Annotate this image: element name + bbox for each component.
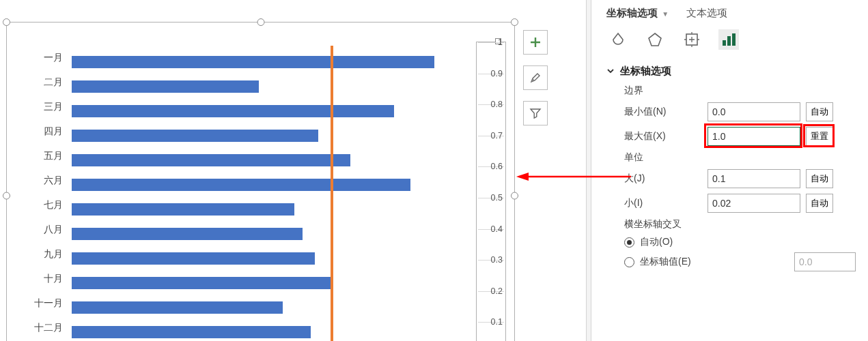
bar-row <box>72 100 470 124</box>
cross-value-label: 坐标轴值(E) <box>640 256 691 268</box>
effects-icon[interactable] <box>645 29 665 50</box>
major-label: 大(J) <box>624 173 708 185</box>
cross-value-input[interactable] <box>794 252 856 271</box>
minor-unit-row: 小(I) 自动 <box>624 194 868 213</box>
bar-row <box>72 222 470 247</box>
secondary-tick-label: 0.3 <box>491 255 503 265</box>
data-bar[interactable] <box>72 56 434 68</box>
bar-row <box>72 198 470 222</box>
chart-elements-button[interactable] <box>523 30 548 55</box>
resize-handle-tc[interactable] <box>257 18 264 26</box>
major-input[interactable] <box>708 169 800 188</box>
secondary-tick-label: 1 <box>498 38 503 47</box>
bar-row <box>72 321 470 341</box>
chart-filters-button[interactable] <box>523 101 548 125</box>
data-bar[interactable] <box>72 105 394 117</box>
max-label: 最大值(X) <box>624 130 708 143</box>
cross-value-radio[interactable]: 坐标轴值(E) <box>624 252 868 271</box>
bar-row <box>72 271 470 296</box>
bounds-heading: 边界 <box>624 85 868 97</box>
data-bar[interactable] <box>72 228 303 240</box>
category-label: 十月 <box>7 266 67 291</box>
data-bar[interactable] <box>72 277 331 289</box>
secondary-tick-label: 0.8 <box>491 100 503 109</box>
cross-auto-label: 自动(O) <box>640 236 673 248</box>
category-label: 十二月 <box>7 315 67 340</box>
tab-text-options[interactable]: 文本选项 <box>686 7 727 20</box>
fill-line-icon[interactable] <box>608 29 628 50</box>
max-reset-button[interactable]: 重置 <box>806 127 833 146</box>
major-auto-button[interactable]: 自动 <box>806 169 833 188</box>
category-label: 十一月 <box>7 291 67 315</box>
bar-row <box>72 296 470 321</box>
max-input[interactable] <box>708 127 800 146</box>
data-bar[interactable] <box>72 179 410 191</box>
min-label: 最小值(N) <box>624 106 708 118</box>
data-bar[interactable] <box>72 154 350 166</box>
plus-icon <box>529 36 542 48</box>
chart-floating-toolbar <box>523 30 548 125</box>
min-input[interactable] <box>708 102 800 121</box>
data-bar[interactable] <box>72 252 315 265</box>
caret-down-icon: ▼ <box>662 10 669 18</box>
axis-options-section[interactable]: 坐标轴选项 <box>606 65 868 78</box>
minor-input[interactable] <box>708 194 800 213</box>
data-bar[interactable] <box>72 130 318 142</box>
bar-row <box>72 149 470 173</box>
chevron-down-icon <box>606 65 615 77</box>
category-label: 一月 <box>7 45 67 70</box>
resize-handle-mr[interactable] <box>511 192 518 200</box>
format-axis-pane: 坐标轴选项 ▼ 文本选项 坐标轴选项 边界 最小值(N) 自动 <box>594 0 868 341</box>
bar-row <box>72 75 470 100</box>
resize-handle-tl[interactable] <box>3 18 10 26</box>
data-bar[interactable] <box>72 80 259 93</box>
tab-axis-options-label: 坐标轴选项 <box>606 7 658 18</box>
min-row: 最小值(N) 自动 <box>624 102 868 121</box>
funnel-icon <box>529 107 542 119</box>
average-reference-line[interactable] <box>331 46 333 341</box>
resize-handle-tr[interactable] <box>511 18 518 26</box>
category-label: 八月 <box>7 217 67 241</box>
tab-axis-options[interactable]: 坐标轴选项 ▼ <box>606 7 669 20</box>
cross-auto-radio[interactable]: 自动(O) <box>624 236 868 248</box>
secondary-tick-label: 0.1 <box>491 317 503 327</box>
secondary-tick-label: 0.6 <box>491 162 503 171</box>
secondary-tick-label: 0.2 <box>491 286 503 296</box>
min-auto-button[interactable]: 自动 <box>806 102 833 121</box>
units-heading: 单位 <box>624 151 868 164</box>
data-series-bars[interactable] <box>72 50 470 341</box>
pane-category-icons <box>606 29 868 50</box>
category-label: 六月 <box>7 168 67 192</box>
bar-row <box>72 50 470 75</box>
plot-area[interactable] <box>72 42 470 341</box>
chart-styles-button[interactable] <box>523 65 548 90</box>
category-label: 五月 <box>7 143 67 168</box>
category-label: 九月 <box>7 241 67 266</box>
radio-icon <box>624 237 634 248</box>
data-bar[interactable] <box>72 326 311 338</box>
chart-object[interactable]: 一月二月三月四月五月六月七月八月九月十月十一月十二月 10.90.80.70.6… <box>6 22 515 341</box>
axis-options-section-label: 坐标轴选项 <box>620 65 671 78</box>
category-label: 三月 <box>7 94 67 119</box>
secondary-axis[interactable]: 10.90.80.70.60.50.40.30.20.1 <box>476 42 506 341</box>
pane-splitter[interactable] <box>586 0 591 341</box>
max-row: 最大值(X) 重置 <box>624 127 868 146</box>
major-unit-row: 大(J) 自动 <box>624 169 868 188</box>
minor-label: 小(I) <box>624 197 708 209</box>
bar-row <box>72 247 470 271</box>
size-properties-icon[interactable] <box>682 29 702 50</box>
svg-marker-6 <box>516 173 529 181</box>
data-bar[interactable] <box>72 301 283 314</box>
paintbrush-icon <box>529 72 542 84</box>
secondary-tick-label: 0.5 <box>491 193 503 203</box>
svg-marker-0 <box>649 33 661 46</box>
secondary-axis-ticks: 10.90.80.70.60.50.40.30.20.1 <box>477 42 505 341</box>
category-label: 七月 <box>7 192 67 217</box>
svg-rect-4 <box>732 33 736 46</box>
category-label: 四月 <box>7 119 67 143</box>
data-bar[interactable] <box>72 203 294 216</box>
radio-icon <box>624 257 634 267</box>
minor-auto-button[interactable]: 自动 <box>806 194 833 213</box>
axis-options-icon[interactable] <box>718 29 739 50</box>
secondary-tick-label: 0.7 <box>491 131 503 140</box>
